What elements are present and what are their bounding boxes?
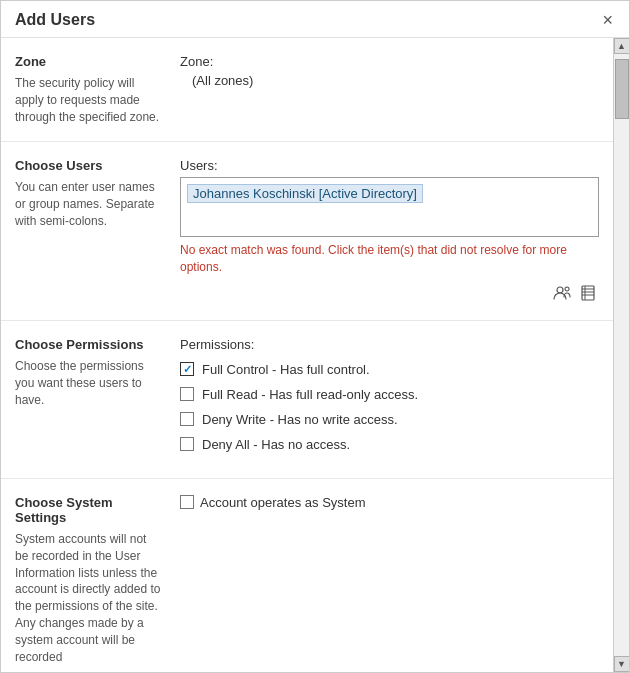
svg-point-1 (565, 287, 569, 291)
zone-section: Zone The security policy will apply to r… (1, 38, 613, 142)
users-field-label: Users: (180, 158, 599, 173)
content-area: Zone The security policy will apply to r… (1, 38, 613, 672)
permission-item-1: Full Read - Has full read-only access. (180, 387, 599, 402)
error-message: No exact match was found. Click the item… (180, 242, 599, 276)
scrollbar-up-button[interactable]: ▲ (614, 38, 630, 54)
scrollbar-track: ▲ ▼ (613, 38, 629, 672)
scrollbar-thumb[interactable] (615, 59, 629, 119)
dialog-title: Add Users (15, 11, 95, 29)
zone-section-right: Zone: (All zones) (176, 54, 613, 125)
user-icons-row (180, 282, 599, 304)
svg-rect-2 (582, 286, 594, 300)
permissions-section-left: Choose Permissions Choose the permission… (1, 337, 176, 462)
dialog-body: Zone The security policy will apply to r… (1, 38, 629, 672)
permission-label-2: Deny Write - Has no write access. (202, 412, 398, 427)
permission-label-3: Deny All - Has no access. (202, 437, 350, 452)
address-book-button[interactable] (577, 282, 599, 304)
system-settings-left: Choose System Settings System accounts w… (1, 495, 176, 665)
permissions-section-right: Permissions: Full Control - Has full con… (176, 337, 613, 462)
zone-heading: Zone (15, 54, 162, 69)
permissions-description: Choose the permissions you want these us… (15, 358, 162, 408)
system-settings-section: Choose System Settings System accounts w… (1, 479, 613, 672)
system-checkbox-row: Account operates as System (180, 495, 599, 510)
zone-field-value: (All zones) (180, 73, 599, 88)
permissions-heading: Choose Permissions (15, 337, 162, 352)
zone-section-left: Zone The security policy will apply to r… (1, 54, 176, 125)
permissions-list: Full Control - Has full control.Full Rea… (180, 362, 599, 452)
permission-checkbox-2[interactable] (180, 412, 194, 426)
dialog-header: Add Users × (1, 1, 629, 38)
permissions-field-label: Permissions: (180, 337, 599, 352)
system-settings-right: Account operates as System (176, 495, 613, 665)
permission-checkbox-3[interactable] (180, 437, 194, 451)
choose-users-heading: Choose Users (15, 158, 162, 173)
choose-users-description: You can enter user names or group names.… (15, 179, 162, 229)
scrollbar-thumb-area (614, 54, 629, 656)
choose-users-section: Choose Users You can enter user names or… (1, 142, 613, 321)
permissions-section: Choose Permissions Choose the permission… (1, 321, 613, 479)
user-tag[interactable]: Johannes Koschinski [Active Directory] (187, 184, 423, 203)
permission-label-1: Full Read - Has full read-only access. (202, 387, 418, 402)
close-button[interactable]: × (600, 11, 615, 29)
permission-item-2: Deny Write - Has no write access. (180, 412, 599, 427)
permission-item-3: Deny All - Has no access. (180, 437, 599, 452)
permission-label-0: Full Control - Has full control. (202, 362, 370, 377)
svg-point-0 (557, 287, 563, 293)
users-section-left: Choose Users You can enter user names or… (1, 158, 176, 304)
users-input-area[interactable]: Johannes Koschinski [Active Directory] (180, 177, 599, 237)
add-users-dialog: Add Users × Zone The security policy wil… (0, 0, 630, 673)
permission-checkbox-0[interactable] (180, 362, 194, 376)
system-settings-description: System accounts will not be recorded in … (15, 531, 162, 665)
system-checkbox[interactable] (180, 495, 194, 509)
zone-description: The security policy will apply to reques… (15, 75, 162, 125)
browse-people-button[interactable] (551, 282, 573, 304)
system-label: Account operates as System (200, 495, 365, 510)
permission-item-0: Full Control - Has full control. (180, 362, 599, 377)
permission-checkbox-1[interactable] (180, 387, 194, 401)
users-section-right: Users: Johannes Koschinski [Active Direc… (176, 158, 613, 304)
system-settings-heading: Choose System Settings (15, 495, 162, 525)
zone-field-label: Zone: (180, 54, 599, 69)
scrollbar-down-button[interactable]: ▼ (614, 656, 630, 672)
